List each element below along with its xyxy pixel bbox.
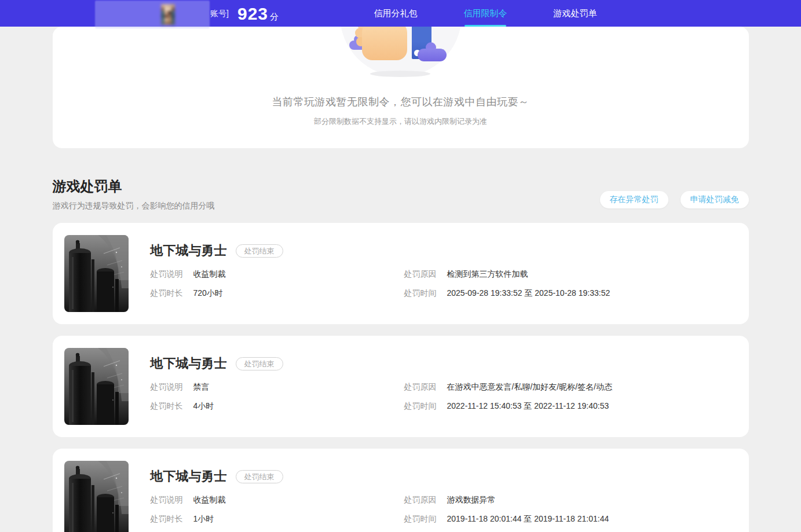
penalty-card: 地下城与勇士 处罚结束 处罚说明 收益制裁 处罚原因 游戏数据异常 处罚 [53, 449, 749, 532]
tab-credit-gift[interactable]: 信用分礼包 [374, 0, 418, 27]
penalty-duration: 1小时 [193, 514, 214, 524]
field-label-reason: 处罚原因 [404, 382, 437, 392]
field-label-desc: 处罚说明 [151, 495, 183, 505]
game-thumbnail [64, 461, 129, 532]
game-thumbnail [64, 348, 129, 425]
penalty-duration: 720小时 [193, 288, 223, 299]
restriction-empty-panel: 当前常玩游戏暂无限制令，您可以在游戏中自由玩耍～ 部分限制数据不支持显示，请以游… [53, 27, 749, 148]
field-label-reason: 处罚原因 [404, 269, 437, 280]
abnormal-penalty-button[interactable]: 存在异常处罚 [600, 191, 668, 208]
game-thumbnail [64, 235, 129, 312]
penalty-card-content: 地下城与勇士 处罚结束 处罚说明 收益制裁 处罚原因 游戏数据异常 处罚 [151, 461, 737, 524]
tab-credit-restriction[interactable]: 信用限制令 [463, 0, 507, 27]
status-badge: 处罚结束 [236, 470, 283, 483]
empty-message: 当前常玩游戏暂无限制令，您可以在游戏中自由玩耍～ [53, 95, 749, 109]
penalty-desc: 收益制裁 [193, 495, 226, 505]
tab-game-penalty[interactable]: 游戏处罚单 [553, 0, 597, 27]
field-label-reason: 处罚原因 [404, 495, 437, 505]
penalty-desc: 禁言 [193, 382, 210, 392]
penalty-time: 2022-11-12 15:40:53 至 2022-11-12 19:40:5… [447, 401, 609, 412]
empty-note: 部分限制数据不支持显示，请以游戏内限制记录为准 [53, 116, 749, 127]
penalty-duration: 4小时 [193, 401, 214, 412]
penalty-card-content: 地下城与勇士 处罚结束 处罚说明 禁言 处罚原因 在游戏中恶意发言/私聊/加好友… [151, 348, 737, 412]
penalty-time: 2019-11-18 20:01:44 至 2019-11-18 21:01:4… [447, 514, 609, 524]
field-label-time: 处罚时间 [404, 401, 437, 412]
status-badge: 处罚结束 [236, 357, 283, 370]
penalty-desc: 收益制裁 [193, 269, 226, 280]
field-label-desc: 处罚说明 [151, 382, 183, 392]
fist-icon [362, 27, 407, 60]
field-label-desc: 处罚说明 [151, 269, 183, 280]
field-label-duration: 处罚时长 [151, 401, 183, 412]
empty-state-illustration [340, 27, 462, 78]
penalty-card: 地下城与勇士 处罚结束 处罚说明 禁言 处罚原因 在游戏中恶意发言/私聊/加好友… [53, 336, 749, 437]
field-label-duration: 处罚时长 [151, 514, 183, 524]
nav-tabs: 信用分礼包 信用限制令 游戏处罚单 [0, 0, 801, 27]
game-name: 地下城与勇士 [151, 242, 227, 259]
penalty-card-content: 地下城与勇士 处罚结束 处罚说明 收益制裁 处罚原因 检测到第三方软件加载 [151, 235, 737, 299]
game-name: 地下城与勇士 [151, 355, 227, 372]
penalty-action-buttons: 存在异常处罚 申请处罚减免 [600, 191, 749, 208]
penalty-card: 地下城与勇士 处罚结束 处罚说明 收益制裁 处罚原因 检测到第三方软件加载 [53, 223, 749, 324]
penalty-reason: 游戏数据异常 [447, 495, 496, 505]
penalty-reason: 检测到第三方软件加载 [447, 269, 528, 280]
header: 账号] 923 分 信用分礼包 信用限制令 游戏处罚单 [0, 0, 801, 27]
illustration-shadow [370, 71, 430, 77]
field-label-time: 处罚时间 [404, 514, 437, 524]
main-content: 当前常玩游戏暂无限制令，您可以在游戏中自由玩耍～ 部分限制数据不支持显示，请以游… [53, 0, 749, 532]
penalty-reason: 在游戏中恶意发言/私聊/加好友/昵称/签名/动态 [447, 382, 612, 392]
field-label-time: 处罚时间 [404, 288, 437, 299]
field-label-duration: 处罚时长 [151, 288, 183, 299]
penalty-reduction-button[interactable]: 申请处罚减免 [681, 191, 749, 208]
penalty-section-header: 游戏处罚单 游戏行为违规导致处罚，会影响您的信用分哦 存在异常处罚 申请处罚减免 [53, 177, 749, 211]
cloud-icon [418, 49, 447, 61]
status-badge: 处罚结束 [236, 244, 283, 258]
penalty-time: 2025-09-28 19:33:52 至 2025-10-28 19:33:5… [447, 288, 610, 299]
game-name: 地下城与勇士 [151, 468, 227, 485]
